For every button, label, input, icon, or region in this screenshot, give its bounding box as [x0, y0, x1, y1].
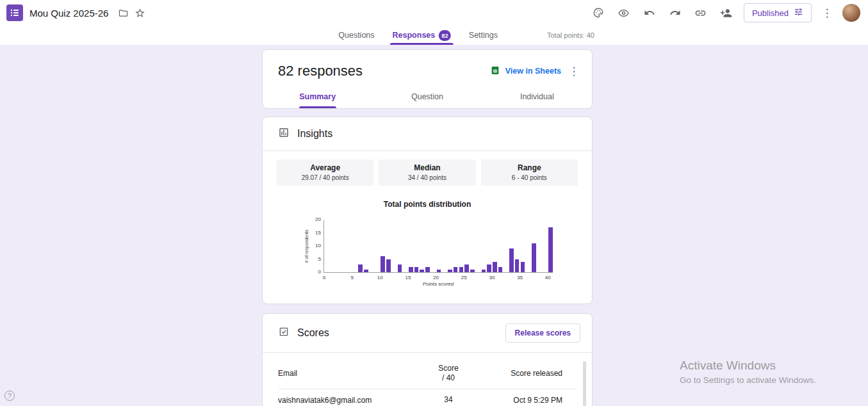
scores-title: Scores — [297, 327, 329, 339]
chart-title: Total points distribution — [263, 200, 592, 209]
scores-checkbox-icon — [278, 326, 290, 340]
histogram-bar — [459, 267, 464, 272]
row-email: vaishnaviatak6@gmail.com — [278, 396, 410, 405]
release-scores-button[interactable]: Release scores — [505, 323, 580, 343]
customize-theme-icon[interactable] — [590, 4, 607, 21]
tab-question[interactable]: Question — [372, 86, 482, 108]
row-score: 34 — [410, 395, 487, 405]
document-title[interactable]: Mou Quiz 2025-26 — [29, 8, 108, 19]
x-tick-label: 0 — [323, 275, 325, 280]
x-tick-label: 10 — [377, 275, 383, 280]
form-nav-tabs: Questions Responses 82 Settings Total po… — [0, 26, 868, 45]
move-folder-icon[interactable] — [116, 6, 130, 20]
x-tick-label: 15 — [405, 275, 411, 280]
histogram-bar — [521, 262, 525, 272]
histogram-bar — [420, 270, 424, 272]
insights-title: Insights — [297, 128, 332, 140]
more-options-icon[interactable]: ⋮ — [821, 6, 833, 20]
sheets-icon — [490, 65, 500, 77]
redo-icon[interactable] — [667, 4, 684, 21]
x-tick-label: 25 — [461, 275, 467, 280]
y-tick-label: 10 — [315, 243, 321, 248]
histogram-bar — [409, 267, 413, 272]
histogram-bar — [386, 259, 391, 273]
y-tick-label: 20 — [315, 217, 321, 222]
x-tick-label: 35 — [517, 275, 523, 280]
histogram-bar — [498, 267, 503, 272]
histogram-bar — [358, 264, 363, 272]
histogram-bar — [532, 243, 536, 272]
add-collaborator-icon[interactable] — [718, 4, 735, 21]
y-tick-label: 15 — [315, 231, 321, 236]
forms-logo-icon[interactable] — [6, 4, 23, 21]
scores-table: Email Score / 40 Score released vaishnav… — [278, 355, 577, 406]
histogram-bar — [437, 270, 441, 272]
tab-questions[interactable]: Questions — [338, 26, 374, 45]
y-tick-label: 0 — [318, 270, 321, 275]
col-released-header: Score released — [487, 369, 577, 378]
histogram-bar — [414, 267, 419, 272]
histogram-bar — [548, 227, 553, 272]
total-points-label: Total points: 40 — [547, 31, 594, 39]
published-label: Published — [752, 8, 789, 18]
scores-card: Scores Release scores Email Score / 40 S… — [262, 313, 593, 406]
histogram-bar — [515, 259, 520, 273]
histogram-plot: 051015202530354005101520 — [323, 220, 553, 273]
histogram-bar — [425, 267, 430, 272]
insights-icon — [278, 127, 290, 141]
histogram-bar — [470, 270, 475, 272]
histogram-bar — [364, 270, 368, 272]
histogram-bar — [482, 270, 486, 272]
table-row[interactable]: vaishnaviatak6@gmail.com 34 Oct 9 5:29 P… — [278, 389, 577, 406]
stat-average: Average 29.07 / 40 points — [277, 159, 373, 186]
histogram-bar — [381, 256, 385, 272]
table-scrollbar[interactable] — [583, 361, 586, 406]
preview-icon[interactable] — [616, 4, 632, 21]
col-email-header: Email — [278, 369, 410, 378]
histogram-bar — [398, 264, 402, 272]
published-button[interactable]: Published — [744, 3, 812, 22]
tab-settings[interactable]: Settings — [469, 26, 498, 45]
view-in-sheets-link[interactable]: View in Sheets — [490, 65, 561, 77]
histogram-bar — [448, 270, 452, 272]
undo-icon[interactable] — [641, 4, 658, 21]
x-tick-label: 40 — [545, 275, 551, 280]
screen: Mou Quiz 2025-26 — [0, 0, 868, 406]
histogram-bar — [487, 264, 491, 272]
row-released: Oct 9 5:29 PM — [487, 396, 577, 405]
x-axis-label: Points scored — [323, 281, 553, 287]
responses-count-title: 82 responses — [278, 63, 363, 79]
responses-view-tabs: Summary Question Individual — [263, 86, 592, 108]
responses-more-icon[interactable]: ⋮ — [568, 65, 580, 78]
y-tick-label: 5 — [318, 257, 321, 262]
divider — [263, 352, 592, 353]
publish-settings-icon — [794, 7, 803, 19]
stat-range: Range 6 - 40 points — [481, 159, 578, 186]
tab-summary[interactable]: Summary — [263, 86, 372, 108]
histogram-bar — [464, 264, 469, 272]
account-avatar[interactable] — [842, 4, 860, 22]
topbar-actions: Published ⋮ — [590, 3, 860, 22]
x-tick-label: 20 — [433, 275, 439, 280]
help-icon[interactable]: ? — [4, 391, 15, 401]
responses-summary-card: 82 responses View in Sheets ⋮ Summary Qu… — [262, 49, 593, 109]
scores-table-header: Email Score / 40 Score released — [278, 355, 577, 389]
insights-card: Insights Average 29.07 / 40 points Media… — [262, 117, 593, 304]
tab-individual[interactable]: Individual — [482, 86, 592, 108]
x-tick-label: 5 — [350, 275, 353, 280]
x-tick-label: 30 — [489, 275, 495, 280]
star-icon[interactable] — [133, 6, 147, 20]
copy-link-icon[interactable] — [692, 4, 709, 21]
y-axis-label: # of respondents — [304, 224, 309, 269]
histogram-bar — [493, 262, 497, 272]
topbar: Mou Quiz 2025-26 — [0, 0, 868, 26]
insights-stats: Average 29.07 / 40 points Median 34 / 40… — [263, 151, 592, 186]
stat-median: Median 34 / 40 points — [379, 159, 475, 186]
histogram-bar — [509, 248, 514, 272]
responses-count-badge: 82 — [439, 30, 451, 41]
histogram-chart: # of respondents 05101520253035400510152… — [299, 218, 555, 289]
responses-page: 82 responses View in Sheets ⋮ Summary Qu… — [0, 45, 868, 406]
col-score-header: Score / 40 — [410, 364, 487, 383]
histogram-bar — [454, 267, 458, 272]
tab-responses[interactable]: Responses 82 — [393, 26, 451, 45]
